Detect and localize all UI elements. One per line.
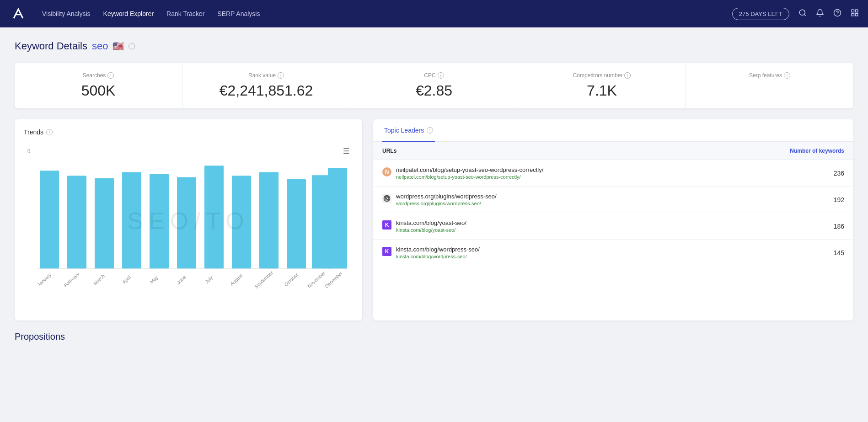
url-sub: kinsta.com/blog/yoast-seo/ — [396, 227, 466, 233]
url-cell: K kinsta.com/blog/yoast-seo/ kinsta.com/… — [382, 219, 771, 233]
keyword-highlight: seo — [92, 40, 108, 52]
svg-text:February: February — [63, 271, 80, 288]
svg-text:April: April — [122, 274, 132, 285]
svg-line-1 — [804, 14, 805, 16]
metric-rank-value: Rank value i €2,241,851.62 — [182, 63, 350, 108]
kw-count: 186 — [771, 223, 844, 230]
navbar: Visibility Analysis Keyword Explorer Ran… — [0, 0, 868, 27]
svg-rect-19 — [287, 179, 306, 268]
url-cell: N neilpatel.com/blog/setup-yoast-seo-wor… — [382, 166, 771, 180]
trends-panel: Trends i ☰ SEO/TO 0 — [15, 119, 362, 321]
svg-text:July: July — [204, 275, 214, 285]
table-row: wordpress.org/plugins/wordpress-seo/ wor… — [373, 187, 853, 213]
nav-visibility[interactable]: Visibility Analysis — [42, 10, 91, 17]
table-row: K kinsta.com/blog/wordpress-seo/ kinsta.… — [373, 240, 853, 266]
trends-info[interactable]: i — [46, 129, 53, 135]
svg-rect-11 — [67, 176, 86, 268]
favicon-kinsta1: K — [382, 220, 391, 230]
topic-table: URLs Number of keywords N neilpatel.com/… — [373, 142, 853, 266]
cpc-info[interactable]: i — [438, 72, 444, 79]
navbar-right: 275 DAYS LEFT — [732, 8, 859, 20]
svg-text:August: August — [230, 272, 244, 287]
table-header: URLs Number of keywords — [373, 142, 853, 160]
competitors-info[interactable]: i — [624, 72, 631, 79]
title-info-icon[interactable]: i — [129, 43, 135, 49]
url-texts: wordpress.org/plugins/wordpress-seo/ wor… — [396, 193, 497, 206]
svg-text:September: September — [254, 270, 274, 290]
rank-value-value: €2,241,851.62 — [193, 82, 339, 99]
topic-leaders-panel: Topic Leaders i URLs Number of keywords … — [373, 119, 853, 321]
rank-value-label: Rank value — [248, 72, 276, 79]
page-content: Keyword Details seo 🇺🇸 i Searches i 500K… — [0, 27, 868, 355]
svg-text:May: May — [149, 274, 159, 285]
serp-features-info[interactable]: i — [784, 72, 790, 79]
url-main[interactable]: kinsta.com/blog/yoast-seo/ — [396, 219, 466, 226]
svg-text:December: December — [324, 270, 343, 289]
col-url-header: URLs — [382, 148, 771, 154]
metrics-row: Searches i 500K Rank value i €2,241,851.… — [15, 63, 853, 108]
cpc-value: €2.85 — [361, 82, 507, 99]
svg-rect-4 — [852, 10, 854, 12]
days-left-badge[interactable]: 275 DAYS LEFT — [732, 8, 789, 20]
svg-point-0 — [799, 10, 805, 15]
metric-searches: Searches i 500K — [15, 63, 182, 108]
url-main[interactable]: neilpatel.com/blog/setup-yoast-seo-wordp… — [396, 166, 543, 173]
favicon-kinsta2: K — [382, 247, 391, 256]
favicon-wordpress — [382, 194, 391, 203]
tab-topic-leaders-label: Topic Leaders — [384, 127, 424, 134]
svg-rect-7 — [856, 13, 858, 16]
topic-tabs: Topic Leaders i — [373, 119, 853, 142]
svg-text:March: March — [93, 273, 106, 286]
table-row: K kinsta.com/blog/yoast-seo/ kinsta.com/… — [373, 213, 853, 240]
trends-title: Trends i — [24, 128, 353, 136]
svg-text:June: June — [176, 274, 187, 285]
search-icon[interactable] — [798, 9, 807, 19]
svg-rect-6 — [852, 13, 854, 16]
bottom-panels: Trends i ☰ SEO/TO 0 — [15, 119, 853, 321]
title-prefix: Keyword Details — [15, 40, 87, 52]
url-cell: wordpress.org/plugins/wordpress-seo/ wor… — [382, 193, 771, 206]
svg-rect-12 — [95, 178, 114, 268]
metric-competitors: Competitors number i 7.1K — [518, 63, 686, 108]
competitors-label: Competitors number — [573, 72, 623, 79]
url-cell: K kinsta.com/blog/wordpress-seo/ kinsta.… — [382, 246, 771, 259]
url-main[interactable]: wordpress.org/plugins/wordpress-seo/ — [396, 193, 497, 200]
url-sub: neilpatel.com/blog/setup-yoast-seo-wordp… — [396, 174, 543, 180]
logo[interactable] — [9, 5, 27, 23]
grid-icon[interactable] — [851, 9, 859, 19]
svg-rect-16 — [204, 166, 224, 268]
svg-rect-14 — [150, 174, 169, 268]
bell-icon[interactable] — [816, 9, 824, 19]
svg-rect-13 — [122, 172, 141, 269]
svg-text:0: 0 — [27, 148, 30, 154]
rank-value-info[interactable]: i — [278, 72, 284, 79]
chart-menu-icon[interactable]: ☰ — [343, 147, 349, 155]
topic-leaders-info[interactable]: i — [427, 127, 433, 134]
metric-serp-features: Serp features i — [686, 63, 853, 108]
main-nav: Visibility Analysis Keyword Explorer Ran… — [42, 10, 718, 17]
country-flag: 🇺🇸 — [113, 41, 124, 52]
nav-serp-analysis[interactable]: SERP Analysis — [217, 10, 260, 17]
url-texts: kinsta.com/blog/yoast-seo/ kinsta.com/bl… — [396, 219, 466, 233]
kw-count: 192 — [771, 196, 844, 203]
svg-rect-21 — [328, 168, 347, 268]
svg-rect-15 — [177, 177, 196, 269]
metric-cpc: CPC i €2.85 — [350, 63, 518, 108]
help-icon[interactable] — [833, 9, 841, 19]
cpc-label: CPC — [424, 72, 435, 79]
searches-label: Searches — [83, 72, 106, 79]
url-sub: wordpress.org/plugins/wordpress-seo/ — [396, 201, 497, 206]
searches-value: 500K — [26, 82, 171, 99]
url-main[interactable]: kinsta.com/blog/wordpress-seo/ — [396, 246, 480, 253]
trends-chart: ☰ SEO/TO 0 — [24, 143, 353, 299]
svg-text:October: October — [284, 272, 299, 288]
page-title: Keyword Details seo 🇺🇸 i — [15, 40, 853, 52]
svg-text:January: January — [37, 272, 53, 287]
nav-rank-tracker[interactable]: Rank Tracker — [166, 10, 204, 17]
serp-features-label: Serp features — [749, 72, 782, 79]
table-row: N neilpatel.com/blog/setup-yoast-seo-wor… — [373, 160, 853, 187]
nav-keyword-explorer[interactable]: Keyword Explorer — [103, 10, 154, 17]
tab-topic-leaders[interactable]: Topic Leaders i — [382, 119, 435, 142]
searches-info[interactable]: i — [107, 72, 114, 79]
propositions-title: Propositions — [15, 331, 853, 342]
